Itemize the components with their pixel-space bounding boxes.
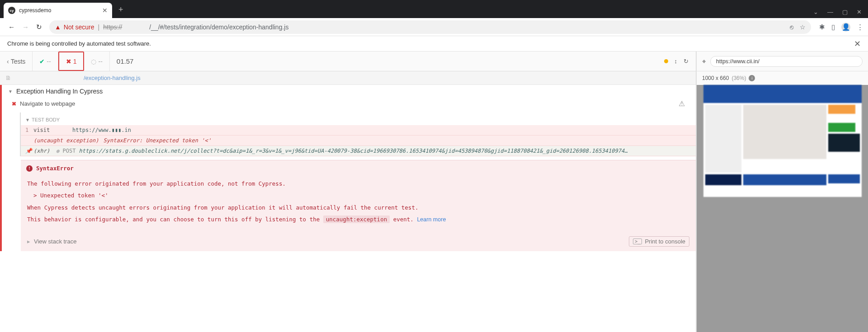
- window-maximize-icon[interactable]: ▢: [842, 9, 848, 15]
- profile-icon[interactable]: 👤: [841, 23, 850, 32]
- url-protocol: https://: [103, 23, 122, 31]
- runner-header: ‹Tests ✔-- ✖1 ◌-- 01.57 ↕ ↻: [0, 51, 696, 71]
- error-title-row: ! SyntaxError: [21, 160, 696, 176]
- selector-playground-icon[interactable]: ⌖: [702, 57, 706, 65]
- aut-url-input[interactable]: https://www.cii.in/: [710, 56, 863, 67]
- automation-banner: Chrome is being controlled by automated …: [0, 36, 868, 51]
- automation-banner-close-icon[interactable]: ✕: [854, 39, 861, 49]
- file-icon: 🗎: [5, 75, 11, 81]
- tabs-dropdown-icon[interactable]: ⌄: [813, 9, 818, 15]
- window-close-icon[interactable]: ✕: [857, 9, 862, 15]
- security-status: Not secure: [64, 23, 94, 31]
- status-dot-icon: [664, 59, 668, 63]
- test-fail-icon: ✖: [12, 101, 16, 107]
- tab-close-icon[interactable]: ✕: [102, 7, 108, 14]
- learn-more-link[interactable]: Learn more: [417, 216, 446, 223]
- caret-down-icon: ▼: [8, 89, 13, 94]
- spec-file-row[interactable]: 🗎 /exception-handling.js: [0, 71, 696, 85]
- describe-block[interactable]: ▼ Exception Handling In Cypress: [2, 85, 696, 98]
- error-icon: !: [26, 165, 33, 172]
- aut-viewport-label: 1000 x 660 (36%) i: [697, 71, 868, 85]
- tab-favicon: cy: [8, 7, 15, 14]
- bookmark-icon[interactable]: ☆: [800, 23, 806, 31]
- stat-failed: ✖1: [58, 51, 85, 71]
- nav-forward-button[interactable]: →: [19, 20, 33, 33]
- security-warning-icon: ▲: [55, 23, 61, 31]
- command-row-xhr[interactable]: 📌 (xhr) ● POST https://stats.g.doublecli…: [21, 146, 696, 156]
- print-to-console-button[interactable]: >_ Print to console: [629, 236, 689, 247]
- cypress-runner: ‹Tests ✔-- ✖1 ◌-- 01.57 ↕ ↻ 🗎 /exception…: [0, 51, 696, 332]
- stat-pending: ◌--: [84, 51, 109, 71]
- tests-back-button[interactable]: ‹Tests: [0, 51, 33, 71]
- stat-duration: 01.57: [110, 57, 141, 65]
- error-line: When Cypress detects uncaught errors ori…: [27, 202, 689, 214]
- nav-back-button[interactable]: ←: [5, 20, 19, 33]
- error-panel: ! SyntaxError The following error origin…: [21, 160, 696, 251]
- aut-iframe-preview[interactable]: [697, 85, 868, 332]
- overflow-menu-icon[interactable]: ⋮: [857, 23, 863, 31]
- test-row[interactable]: ✖ Navigate to webpage ⚠: [2, 98, 696, 112]
- caret-down-icon: ▼: [25, 117, 30, 122]
- nav-reload-button[interactable]: ↻: [33, 20, 46, 34]
- error-line: > Unexpected token '<': [33, 190, 689, 201]
- aut-panel: ⌖ https://www.cii.in/ 1000 x 660 (36%) i: [696, 51, 868, 332]
- tab-title: cypressdemo: [19, 7, 102, 14]
- terminal-icon: >_: [633, 238, 642, 244]
- new-tab-button[interactable]: +: [118, 5, 123, 14]
- error-title: SyntaxError: [36, 165, 74, 172]
- command-row-visit[interactable]: 1 visit https://www.▮▮▮.in: [21, 125, 696, 136]
- omnibox[interactable]: ▲ Not secure | https:// /__/#/tests/inte…: [49, 20, 811, 34]
- error-line: The following error originated from your…: [27, 178, 689, 190]
- info-icon[interactable]: i: [749, 75, 755, 81]
- browser-tab[interactable]: cy cypressdemo ✕: [4, 3, 112, 18]
- view-stack-trace-toggle[interactable]: View stack trace: [34, 238, 76, 245]
- viewport-toggle-icon[interactable]: ↕: [675, 58, 678, 65]
- stat-passed: ✔--: [33, 51, 58, 71]
- test-warning-icon: ⚠: [679, 99, 690, 108]
- pin-icon[interactable]: 📌: [25, 148, 33, 154]
- extensions-icon[interactable]: ✱: [819, 23, 825, 31]
- caret-right-icon: ▸: [27, 238, 30, 245]
- command-row-uncaught[interactable]: (uncaught exception) SyntaxError: Unexpe…: [21, 136, 696, 146]
- window-minimize-icon[interactable]: —: [827, 9, 833, 15]
- share-icon[interactable]: ⎋: [790, 23, 793, 31]
- spec-file-path: /exception-handling.js: [84, 75, 141, 81]
- url-path: /__/#/tests/integration/demo/exception-h…: [149, 23, 288, 31]
- test-body-header[interactable]: ▼ TEST BODY: [21, 114, 696, 125]
- browser-toolbar: ← → ↻ ▲ Not secure | https:// /__/#/test…: [0, 18, 868, 36]
- sidepanel-icon[interactable]: ▯: [831, 23, 835, 31]
- automation-banner-text: Chrome is being controlled by automated …: [7, 40, 151, 47]
- error-line: This behavior is configurable, and you c…: [27, 214, 689, 225]
- browser-tabstrip: cy cypressdemo ✕ + ⌄ — ▢ ✕: [0, 0, 868, 18]
- restart-test-icon[interactable]: ↻: [684, 58, 689, 65]
